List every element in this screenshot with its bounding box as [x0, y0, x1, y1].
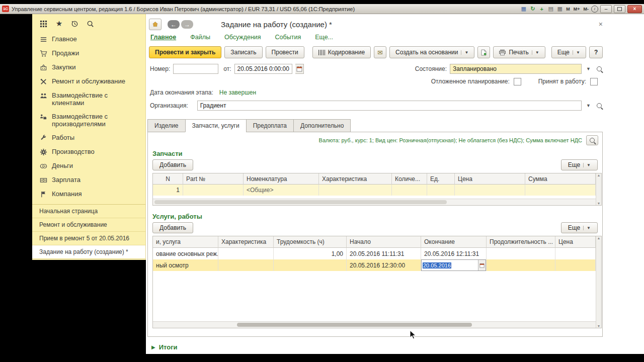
column-header[interactable]: Окончание	[421, 236, 487, 248]
deferred-planning-checkbox[interactable]	[514, 78, 521, 85]
sidebar-item-production[interactable]: Производство	[32, 145, 145, 159]
cell-price[interactable]	[555, 248, 596, 259]
coding-button[interactable]: Кодирование	[312, 46, 371, 58]
scroll-up-icon[interactable]: ▲	[597, 236, 601, 240]
cell-effort[interactable]	[274, 259, 347, 271]
scroll-up-icon[interactable]: ▲	[597, 173, 601, 177]
state-combo[interactable]: Запланировано	[450, 64, 582, 74]
add-icon[interactable]: +	[538, 6, 545, 13]
scroll-down-icon[interactable]: ▼	[597, 202, 601, 205]
column-header[interactable]: Номенклатура	[244, 173, 319, 185]
column-header[interactable]: Начало	[347, 236, 421, 248]
sidebar-item-client-interaction[interactable]: Взаимодействие с клиентами	[32, 88, 145, 110]
organization-open-button[interactable]	[595, 101, 603, 110]
parts-add-button[interactable]: Добавить	[152, 159, 193, 170]
cell-duration[interactable]	[487, 259, 555, 271]
search-icon[interactable]	[86, 20, 95, 28]
sidebar-item-works[interactable]: Работы	[32, 131, 145, 145]
sidebar-item-manufacturer-interaction[interactable]: Взаимодействие с производителями	[32, 110, 145, 131]
column-header[interactable]: Сумма	[525, 173, 596, 185]
open-window-repair-intake[interactable]: Прием в ремонт 5 от 20.05.2016	[32, 232, 145, 245]
accepted-checkbox[interactable]	[590, 78, 598, 85]
organization-dropdown-icon[interactable]: ▼	[585, 101, 592, 110]
new-document-button[interactable]	[477, 46, 490, 58]
cell-characteristic[interactable]	[218, 259, 274, 271]
services-more-button[interactable]: Еще ▼	[561, 222, 598, 233]
scrollbar-thumb[interactable]	[154, 200, 447, 204]
cell-service[interactable]: ный осмотр	[153, 259, 218, 271]
tab-discussions[interactable]: Обсуждения	[224, 34, 261, 41]
parts-hscrollbar[interactable]	[153, 199, 596, 205]
cell-duration[interactable]	[487, 248, 555, 259]
close-document-icon[interactable]: ×	[599, 20, 603, 28]
calendar-tray-icon[interactable]: ▦	[556, 6, 564, 13]
end-date-editor[interactable]: 20.05.2016	[421, 259, 486, 271]
cell-start[interactable]: 20.05.2016 11:11:31	[347, 248, 421, 259]
scroll-down-icon[interactable]: ▼	[597, 324, 601, 328]
cell-qty[interactable]	[392, 185, 427, 196]
save-button[interactable]: Записать	[224, 46, 262, 58]
totals-group[interactable]: ▶ Итоги	[146, 337, 644, 351]
date-input[interactable]: 20.05.2016 0:00:00	[234, 64, 292, 74]
column-header[interactable]: Продолжительность ...	[487, 236, 555, 248]
tab-more[interactable]: Еще...	[315, 34, 333, 41]
open-window-work-order-active[interactable]: Задание на работу (создание) *	[32, 245, 145, 259]
info-icon[interactable]: i	[591, 6, 598, 13]
open-window-repair-service[interactable]: Ремонт и обслуживание	[32, 218, 145, 232]
cell-service[interactable]: ование основных реж...	[153, 248, 218, 259]
column-header[interactable]: N	[153, 173, 183, 185]
cell-price[interactable]	[555, 259, 596, 271]
column-header[interactable]: и, услуга	[153, 236, 218, 248]
cell-unit[interactable]	[427, 185, 455, 196]
column-header[interactable]: Ед.	[427, 173, 455, 185]
sidebar-item-company[interactable]: Компания	[32, 187, 145, 201]
history-icon[interactable]	[70, 20, 79, 28]
parts-vscrollbar[interactable]: ▲▼	[596, 173, 601, 205]
service-menu-icon[interactable]: ▦	[520, 6, 527, 13]
close-window-button[interactable]: ×	[627, 5, 642, 13]
sidebar-item-main[interactable]: Главное	[32, 32, 145, 46]
tab-parts-services[interactable]: Запчасти, услуги	[185, 119, 246, 132]
sidebar-item-repair-service[interactable]: Ремонт и обслуживание	[32, 74, 145, 88]
services-hscrollbar[interactable]	[153, 321, 596, 328]
more-button[interactable]: Еще ▼	[551, 46, 586, 58]
cell-n[interactable]: 1	[153, 185, 183, 196]
column-header[interactable]: Характеристика	[319, 173, 392, 185]
home-button[interactable]	[149, 19, 162, 30]
forward-button[interactable]: →	[181, 20, 193, 29]
cell-nomenclature[interactable]: <Общие>	[244, 185, 319, 196]
help-button[interactable]: ?	[589, 46, 603, 58]
column-header[interactable]: Цена	[555, 236, 596, 248]
tab-main[interactable]: Главное	[150, 34, 176, 41]
cell-effort[interactable]: 1,00	[274, 248, 347, 259]
memory-mplus-button[interactable]: M+	[573, 6, 581, 13]
scrollbar-thumb[interactable]	[237, 323, 471, 327]
tab-events[interactable]: События	[275, 34, 301, 41]
cell-end[interactable]: 20.05.2016 12:11:31	[421, 248, 487, 259]
function-menu-icon[interactable]	[39, 20, 48, 28]
memory-m-button[interactable]: M	[565, 6, 571, 13]
parts-table-row[interactable]: 1 <Общие>	[153, 185, 596, 196]
expand-triangle-icon[interactable]: ▶	[151, 344, 155, 350]
state-open-button[interactable]	[595, 64, 603, 73]
organization-combo[interactable]: Градиент	[197, 101, 582, 111]
create-based-on-button[interactable]: Создать на основании ▼	[389, 46, 474, 58]
services-vscrollbar[interactable]: ▲▼	[596, 236, 601, 328]
tab-files[interactable]: Файлы	[190, 34, 210, 41]
maximize-button[interactable]	[614, 5, 625, 13]
column-header[interactable]: Цена	[455, 173, 525, 185]
cell-calendar-button[interactable]	[478, 260, 486, 270]
services-table-row-selected[interactable]: ный осмотр 20.05.2016 12:30:00 20.05.201…	[153, 259, 596, 271]
tab-additional[interactable]: Дополнительно	[293, 119, 351, 132]
sidebar-item-purchases[interactable]: Закупки	[32, 60, 145, 74]
refresh-icon[interactable]: ↻	[529, 6, 536, 13]
open-window-home[interactable]: Начальная страница	[32, 205, 145, 218]
memory-mminus-button[interactable]: M-	[583, 6, 590, 13]
cell-characteristic[interactable]	[319, 185, 392, 196]
sidebar-item-money[interactable]: Деньги	[32, 159, 145, 173]
post-and-close-button[interactable]: Провести и закрыть	[149, 46, 221, 58]
state-dropdown-icon[interactable]: ▼	[585, 64, 592, 73]
services-table-row[interactable]: ование основных реж... 1,00 20.05.2016 1…	[153, 248, 596, 259]
number-input[interactable]	[173, 64, 218, 74]
print-button[interactable]: Печать ▼	[493, 46, 545, 58]
